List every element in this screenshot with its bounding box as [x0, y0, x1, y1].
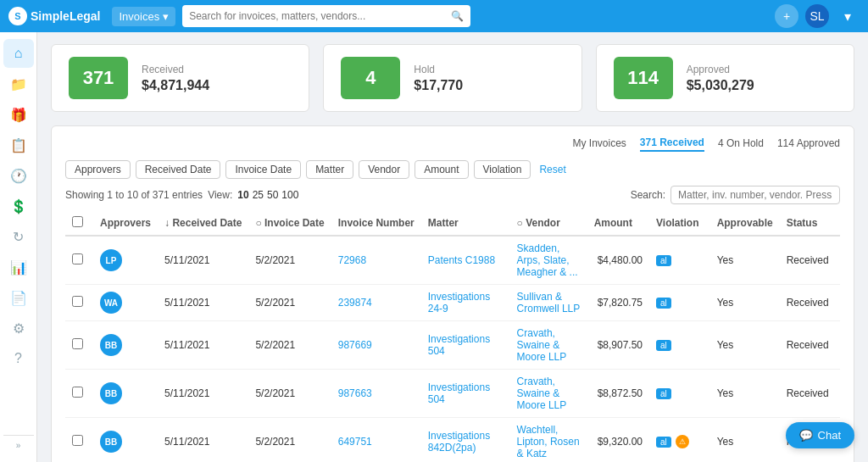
row-invoice-number-2[interactable]: 987669 — [338, 339, 372, 351]
row-received-date-2: 5/11/2021 — [158, 321, 248, 370]
received-label: Received — [142, 64, 209, 75]
filter-received-date[interactable]: Received Date — [136, 160, 221, 179]
chat-button[interactable]: 💬 Chat — [786, 422, 854, 448]
table-row: LP 5/11/2021 5/2/2021 72968 Patents C198… — [65, 236, 840, 285]
col-header-amount: Amount — [587, 211, 649, 236]
view-50[interactable]: 50 — [267, 189, 278, 201]
row-matter-2[interactable]: Investigations 504 — [428, 333, 490, 357]
row-invoice-number-4[interactable]: 649751 — [338, 436, 372, 448]
row-violation-4: al ⚠ — [656, 435, 704, 448]
hold-amount: $17,770 — [414, 78, 463, 93]
row-approvable-1: Yes — [710, 285, 780, 321]
approved-card: 114 Approved $5,030,279 — [596, 44, 854, 112]
nav-right: + SL ▾ — [775, 4, 860, 28]
row-vendor-2[interactable]: Cravath, Swaine & Moore LLP — [517, 327, 567, 363]
row-checkbox-0[interactable] — [72, 253, 83, 264]
sidebar-item-clock[interactable]: 🕐 — [3, 161, 34, 190]
row-approvable-4: Yes — [710, 418, 780, 463]
table-row: WA 5/11/2021 5/2/2021 239874 Investigati… — [65, 285, 840, 321]
col-header-received-date[interactable]: ↓ Received Date — [158, 211, 248, 236]
hold-card: 4 Hold $17,770 — [323, 44, 581, 112]
row-amount-1: $7,820.75 — [587, 285, 649, 321]
violation-badge-4: al — [656, 437, 671, 448]
filter-matter[interactable]: Matter — [306, 160, 353, 179]
tab-my-invoices[interactable]: My Invoices — [572, 137, 626, 151]
row-invoice-date-1: 5/2/2021 — [248, 285, 331, 321]
row-vendor-4[interactable]: Wachtell, Lipton, Rosen & Katz — [517, 424, 580, 459]
user-avatar-button[interactable]: SL — [805, 4, 829, 28]
row-vendor-0[interactable]: Skadden, Arps, Slate, Meagher & ... — [517, 242, 578, 278]
row-invoice-number-0[interactable]: 72968 — [338, 254, 366, 266]
row-approvable-0: Yes — [710, 236, 780, 285]
row-vendor-3[interactable]: Cravath, Swaine & Moore LLP — [517, 376, 567, 411]
row-checkbox-2[interactable] — [72, 338, 83, 349]
filter-approvers[interactable]: Approvers — [65, 160, 131, 179]
search-button[interactable]: 🔍 — [451, 10, 464, 22]
row-violation-2: al — [656, 340, 704, 351]
row-matter-0[interactable]: Patents C1988 — [428, 254, 495, 266]
row-matter-4[interactable]: Investigations 842D(2pa) — [428, 430, 490, 454]
row-vendor-1[interactable]: Sullivan & Cromwell LLP — [517, 291, 581, 314]
invoices-dropdown[interactable]: Invoices ▾ — [112, 7, 175, 26]
tab-received[interactable]: 371 Received — [640, 136, 704, 152]
search-label: Search: — [631, 189, 665, 201]
view-100[interactable]: 100 — [281, 189, 298, 201]
row-avatar-3: BB — [100, 382, 122, 404]
sidebar-bottom: » — [3, 435, 34, 455]
filter-invoice-date[interactable]: Invoice Date — [225, 160, 301, 179]
view-25[interactable]: 25 — [253, 189, 264, 201]
main-layout: ⌂ 📁 🎁 📋 🕐 💲 ↻ 📊 📄 ⚙ ? » 371 Received $4,… — [0, 32, 868, 462]
sidebar-item-help[interactable]: ? — [3, 344, 34, 373]
sidebar-item-home[interactable]: ⌂ — [3, 39, 34, 68]
table-section: My Invoices 371 Received 4 On Hold 114 A… — [51, 125, 854, 462]
sidebar-item-dollar[interactable]: 💲 — [3, 192, 34, 220]
col-header-matter: Matter — [421, 211, 510, 236]
filter-amount[interactable]: Amount — [415, 160, 468, 179]
row-matter-3[interactable]: Investigations 504 — [428, 381, 490, 405]
select-all-checkbox[interactable] — [72, 216, 83, 227]
row-matter-1[interactable]: Investigations 24-9 — [428, 291, 490, 314]
sidebar-item-settings[interactable]: ⚙ — [3, 314, 34, 342]
table-search-input[interactable] — [670, 186, 840, 204]
sidebar-item-refresh[interactable]: ↻ — [3, 222, 34, 251]
invoice-table: Approvers ↓ Received Date ○ Invoice Date… — [65, 211, 840, 462]
sidebar-item-document[interactable]: 📄 — [3, 283, 34, 312]
add-button[interactable]: + — [775, 4, 798, 28]
row-approvable-2: Yes — [710, 321, 780, 370]
col-header-invoice-date[interactable]: ○ Invoice Date — [248, 211, 331, 236]
row-invoice-number-1[interactable]: 239874 — [338, 297, 372, 309]
view-10[interactable]: 10 — [237, 189, 248, 201]
sidebar-item-invoices[interactable]: 📋 — [3, 131, 34, 159]
row-invoice-date-4: 5/2/2021 — [248, 418, 331, 463]
row-received-date-4: 5/11/2021 — [158, 418, 248, 463]
row-checkbox-3[interactable] — [72, 387, 83, 398]
row-status-0: Received — [780, 236, 840, 285]
row-checkbox-1[interactable] — [72, 296, 83, 307]
received-card: 371 Received $4,871,944 — [51, 44, 309, 112]
tab-on-hold[interactable]: 4 On Hold — [718, 137, 764, 151]
row-invoice-number-3[interactable]: 987663 — [338, 387, 372, 399]
filter-row: Approvers Received Date Invoice Date Mat… — [65, 160, 840, 179]
sidebar-item-chart[interactable]: 📊 — [3, 253, 34, 281]
row-amount-2: $8,907.50 — [587, 321, 649, 370]
filter-violation[interactable]: Violation — [474, 160, 531, 179]
filter-vendor[interactable]: Vendor — [359, 160, 409, 179]
row-received-date-0: 5/11/2021 — [158, 236, 248, 285]
sidebar-item-gift[interactable]: 🎁 — [3, 100, 34, 129]
col-header-vendor[interactable]: ○ Vendor — [510, 211, 587, 236]
reset-link[interactable]: Reset — [539, 164, 565, 175]
row-checkbox-4[interactable] — [72, 435, 83, 446]
violation-badge-0: al — [656, 255, 671, 266]
approved-count: 114 — [614, 57, 673, 99]
nav-chevron-button[interactable]: ▾ — [836, 4, 860, 28]
col-header-approvers: Approvers — [93, 211, 158, 236]
hold-label: Hold — [414, 64, 463, 75]
sidebar-item-folder[interactable]: 📁 — [3, 70, 34, 98]
row-status-2: Received — [780, 321, 840, 370]
chat-label: Chat — [818, 429, 841, 442]
row-amount-3: $8,872.50 — [587, 370, 649, 418]
tab-approved[interactable]: 114 Approved — [777, 137, 840, 151]
top-nav: S SimpleLegal Invoices ▾ 🔍 + SL ▾ — [0, 0, 868, 32]
search-input[interactable] — [189, 10, 451, 22]
sidebar-expand-button[interactable]: » — [3, 435, 34, 455]
